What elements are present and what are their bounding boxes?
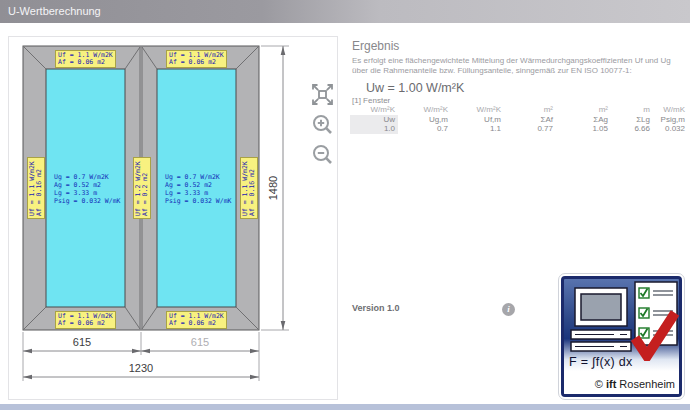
label-line: Af = 0.06 m2 <box>58 59 113 66</box>
results-table: W/m²K W/m²K W/m²K m² m² m W/mK Uw Ug,m U… <box>350 105 688 134</box>
frame-label-left: Uf = 1.1 W/m2K Af = 0.16 m2 <box>27 157 45 219</box>
table-cell: W/m²K <box>451 105 504 115</box>
dimension-width-left: 615 <box>52 336 112 348</box>
glass-label-left: Ug = 0.7 W/m2K Ag = 0.52 m2 Lg = 3.33 m … <box>54 173 121 205</box>
logo-copyright: © ift Rosenheim <box>564 375 679 394</box>
label-line: Af = 0.16 m2 <box>36 160 43 216</box>
label-line: Ag = 0.52 m2 <box>54 181 121 189</box>
table-cell: Psig,m <box>653 115 688 125</box>
label-line: Ug = 0.7 W/m2K <box>165 173 232 181</box>
zoom-in-icon[interactable] <box>311 113 334 140</box>
table-cell: m² <box>556 105 611 115</box>
label-line: Af = 0.06 m2 <box>169 320 224 327</box>
table-cell: Uw <box>350 115 398 125</box>
ift-logo-inner: F = ∫f(x) dx © ift Rosenheim <box>561 276 682 397</box>
table-cell: 6.66 <box>611 124 653 134</box>
table-cell: 0.77 <box>504 124 556 134</box>
frame-label-top-right: Uf = 1.1 W/m2K Af = 0.06 m2 <box>166 50 227 68</box>
brand-rosenheim: Rosenheim <box>619 378 675 390</box>
frame-label-bottom-right: Uf = 1.1 W/m2K Af = 0.06 m2 <box>166 311 227 329</box>
results-heading: Ergebnis <box>352 39 399 53</box>
frame-label-right: Uf = 1.1 W/m2K Af = 0.16 m2 <box>240 157 258 219</box>
label-line: Lg = 3.33 m <box>165 189 232 197</box>
zoom-out-icon[interactable] <box>311 143 334 170</box>
titlebar: U-Wertberechnung <box>0 0 690 23</box>
red-checkmark-icon <box>630 307 679 361</box>
copyright-symbol: © <box>595 378 603 390</box>
table-row-values: 1.0 0.7 1.1 0.77 1.05 6.66 0.032 <box>350 124 688 134</box>
table-cell: 0.032 <box>653 124 688 134</box>
computer-icon <box>571 288 631 351</box>
table-cell: 1.1 <box>451 124 504 134</box>
window-title: U-Wertberechnung <box>8 0 101 23</box>
table-cell: m <box>611 105 653 115</box>
label-line: Psig = 0.032 W/mK <box>54 197 121 205</box>
label-line: Af = 0.06 m2 <box>58 320 113 327</box>
table-cell: W/mK <box>653 105 688 115</box>
frame-label-top-left: Uf = 1.1 W/m2K Af = 0.06 m2 <box>55 50 116 68</box>
label-line: Ug = 0.7 W/m2K <box>54 173 121 181</box>
ift-logo: F = ∫f(x) dx © ift Rosenheim <box>558 273 685 400</box>
table-cell: Ug,m <box>398 115 451 125</box>
app-window: U-Wertberechnung <box>0 0 690 410</box>
label-line: Af = 0.16 m2 <box>249 160 256 216</box>
frame-label-center: Uf = 1.2 W/m2K Af = 0.2 m2 <box>133 157 151 219</box>
dimension-width-total: 1230 <box>111 362 171 374</box>
bottom-strip <box>0 404 690 410</box>
table-cell: 1.0 <box>350 124 398 134</box>
frame-label-bottom-left: Uf = 1.1 W/m2K Af = 0.06 m2 <box>55 311 116 329</box>
table-row-units: W/m²K W/m²K W/m²K m² m² m W/mK <box>350 105 688 115</box>
dimension-height: 1480 <box>267 171 279 205</box>
label-line: Af = 0.2 m2 <box>142 160 149 216</box>
expand-icon[interactable] <box>310 82 335 111</box>
logo-formula: F = ∫f(x) dx <box>569 355 633 369</box>
brand-ift: ift <box>606 378 616 390</box>
table-cell: m² <box>504 105 556 115</box>
label-line: Lg = 3.33 m <box>54 189 121 197</box>
table-cell: ΣAf <box>504 115 556 125</box>
results-description: Es erfolgt eine flächengewichtete Mittel… <box>352 56 686 75</box>
info-icon[interactable]: i <box>502 303 515 316</box>
glass-label-right: Ug = 0.7 W/m2K Ag = 0.52 m2 Lg = 3.33 m … <box>165 173 232 205</box>
results-table-title: [1] Fenster <box>352 96 390 105</box>
dimension-width-right: 615 <box>170 336 230 348</box>
table-cell: 0.7 <box>398 124 451 134</box>
uw-result-value: Uw = 1.00 W/m²K <box>366 81 464 95</box>
table-cell: ΣAg <box>556 115 611 125</box>
table-cell: Uf,m <box>451 115 504 125</box>
table-cell: 1.05 <box>556 124 611 134</box>
table-cell: W/m²K <box>398 105 451 115</box>
table-row-headers: Uw Ug,m Uf,m ΣAf ΣAg ΣLg Psig,m <box>350 115 688 125</box>
label-line: Psig = 0.032 W/mK <box>165 197 232 205</box>
label-line: Af = 0.06 m2 <box>169 59 224 66</box>
table-cell: ΣLg <box>611 115 653 125</box>
label-line: Ag = 0.52 m2 <box>165 181 232 189</box>
version-label: Version 1.0 <box>352 303 400 313</box>
drawing-panel: Uf = 1.1 W/m2K Af = 0.06 m2 Uf = 1.1 W/m… <box>8 36 338 400</box>
table-cell: W/m²K <box>350 105 398 115</box>
